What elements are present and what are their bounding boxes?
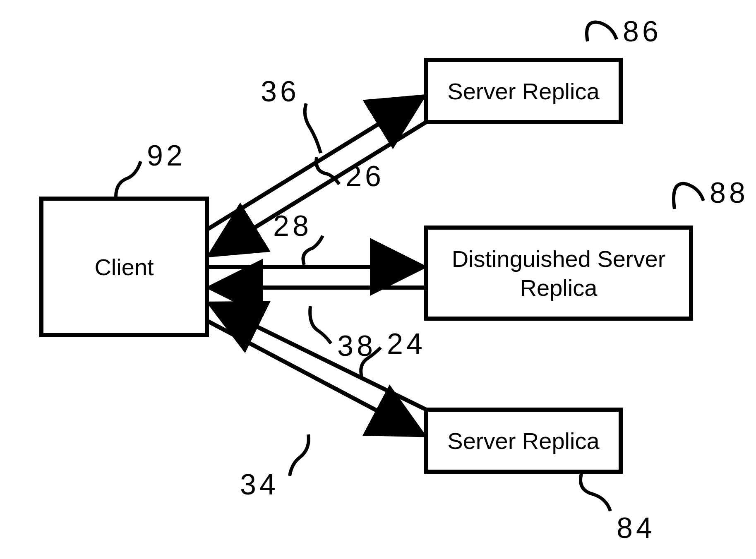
distinguished-server-line2: Replica xyxy=(520,275,598,301)
architecture-diagram: Client Server Replica Distinguished Serv… xyxy=(0,0,756,559)
svg-rect-2 xyxy=(426,228,691,319)
arrow-client-to-server1 xyxy=(207,97,422,230)
ref-server2: 88 xyxy=(710,177,749,209)
server-replica-top-label: Server Replica xyxy=(447,78,600,104)
ref-client: 92 xyxy=(147,139,186,172)
server-replica-bottom-label: Server Replica xyxy=(447,428,600,454)
server-replica-bottom-box: Server Replica xyxy=(426,410,621,472)
ref-arrow-38: 38 xyxy=(337,330,376,362)
ref-arrow-34: 34 xyxy=(240,468,279,501)
client-box: Client xyxy=(41,199,207,335)
ref-arrow-36: 36 xyxy=(261,75,300,108)
ref-arrow-28: 28 xyxy=(273,210,312,242)
distinguished-server-box: Distinguished Server Replica xyxy=(426,228,691,319)
ref-server3: 84 xyxy=(617,512,655,544)
server-replica-top-box: Server Replica xyxy=(426,60,621,122)
ref-server1: 86 xyxy=(623,15,662,48)
client-label: Client xyxy=(94,254,154,280)
ref-arrow-26: 26 xyxy=(346,160,384,192)
distinguished-server-line1: Distinguished Server xyxy=(452,246,666,272)
ref-arrow-24: 24 xyxy=(387,328,426,360)
